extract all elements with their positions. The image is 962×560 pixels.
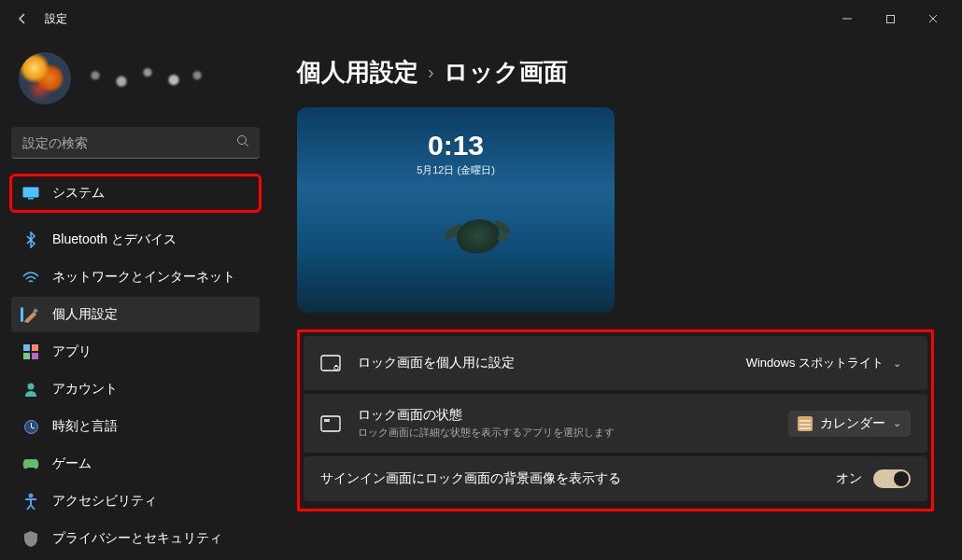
- preview-time: 0:13: [297, 130, 615, 161]
- sidebar-item-label: プライバシーとセキュリティ: [52, 530, 222, 547]
- maximize-icon: [885, 14, 896, 24]
- turtle-illustration: [449, 214, 509, 260]
- sidebar-item-label: ネットワークとインターネット: [52, 269, 235, 286]
- search-wrap: [11, 127, 260, 159]
- system-icon: [22, 185, 39, 202]
- svg-rect-9: [23, 353, 30, 359]
- search-input[interactable]: [11, 127, 260, 159]
- svg-rect-1: [886, 15, 894, 22]
- search-icon: [236, 134, 250, 151]
- personalize-dropdown[interactable]: Windows スポットライト ⌄: [737, 349, 911, 377]
- sidebar-item-network[interactable]: ネットワークとインターネット: [11, 259, 260, 295]
- close-button[interactable]: [912, 4, 955, 34]
- row-title: ロック画面を個人用に設定: [358, 355, 720, 371]
- image-icon: [320, 353, 341, 373]
- svg-line-3: [246, 144, 249, 147]
- svg-rect-5: [28, 198, 34, 200]
- network-icon: [22, 269, 39, 286]
- back-button[interactable]: [7, 4, 37, 34]
- sidebar-item-personalization[interactable]: 個人用設定: [11, 297, 260, 332]
- row-signin-background: サインイン画面にロック画面の背景画像を表示する オン: [304, 456, 927, 501]
- sidebar-item-gaming[interactable]: ゲーム: [11, 446, 260, 482]
- window-controls: [826, 4, 955, 34]
- sidebar-item-privacy[interactable]: プライバシーとセキュリティ: [11, 521, 260, 556]
- chevron-down-icon: ⌄: [893, 417, 901, 429]
- titlebar: 設定: [0, 0, 962, 37]
- svg-rect-4: [23, 188, 39, 198]
- sidebar-item-accessibility[interactable]: アクセシビリティ: [11, 483, 260, 519]
- svg-point-13: [29, 494, 34, 498]
- minimize-button[interactable]: [826, 4, 869, 34]
- sidebar-item-bluetooth[interactable]: Bluetooth とデバイス: [11, 222, 260, 258]
- settings-panel: ロック画面を個人用に設定 Windows スポットライト ⌄ ロック画面の状態 …: [297, 329, 934, 511]
- signin-toggle: オン: [836, 469, 911, 488]
- sidebar-item-label: Bluetooth とデバイス: [52, 231, 177, 248]
- svg-rect-18: [324, 419, 330, 422]
- sidebar-item-label: 時刻と言語: [52, 418, 118, 435]
- status-icon: [320, 413, 341, 434]
- lockscreen-preview: 0:13 5月12日 (金曜日): [297, 107, 615, 313]
- status-app-dropdown[interactable]: カレンダー ⌄: [788, 411, 911, 437]
- svg-rect-17: [321, 416, 340, 431]
- minimize-icon: [842, 13, 853, 24]
- row-subtitle: ロック画面に詳細な状態を表示するアプリを選択します: [358, 426, 771, 440]
- svg-rect-8: [32, 344, 38, 351]
- row-title: サインイン画面にロック画面の背景画像を表示する: [320, 470, 819, 487]
- dropdown-value: Windows スポットライト: [746, 355, 884, 371]
- breadcrumb-current: ロック画面: [444, 56, 568, 89]
- row-title: ロック画面の状態: [358, 407, 771, 424]
- preview-date: 5月12日 (金曜日): [297, 163, 615, 177]
- breadcrumb-separator: ›: [428, 62, 434, 83]
- toggle-switch[interactable]: [873, 469, 911, 488]
- gaming-icon: [22, 455, 39, 472]
- dropdown-value: カレンダー: [820, 415, 885, 432]
- chevron-down-icon: ⌄: [893, 357, 901, 370]
- sidebar-item-system[interactable]: システム: [11, 175, 260, 211]
- arrow-left-icon: [15, 11, 30, 26]
- time-icon: [22, 418, 39, 435]
- svg-rect-16: [335, 365, 337, 367]
- svg-rect-7: [23, 344, 30, 351]
- sidebar-item-time-language[interactable]: 時刻と言語: [11, 409, 260, 444]
- toggle-knob: [894, 471, 909, 486]
- close-icon: [927, 13, 939, 24]
- sidebar-item-label: アカウント: [52, 381, 118, 398]
- sidebar-item-label: ゲーム: [52, 455, 92, 472]
- row-lockscreen-status[interactable]: ロック画面の状態 ロック画面に詳細な状態を表示するアプリを選択します カレンダー…: [304, 394, 927, 453]
- breadcrumb: 個人用設定 › ロック画面: [297, 56, 934, 89]
- breadcrumb-parent[interactable]: 個人用設定: [297, 56, 418, 89]
- sidebar-item-apps[interactable]: アプリ: [11, 334, 260, 370]
- sidebar-item-label: アプリ: [52, 343, 92, 360]
- accounts-icon: [22, 381, 39, 398]
- main-content: 個人用設定 › ロック画面 0:13 5月12日 (金曜日) ロック画面を個人用…: [271, 37, 962, 560]
- personalization-icon: [22, 306, 39, 323]
- apps-icon: [22, 343, 39, 360]
- svg-rect-10: [32, 353, 38, 359]
- profile-section[interactable]: [11, 37, 260, 127]
- window-title: 設定: [45, 11, 67, 27]
- profile-name-redacted: [82, 63, 213, 93]
- toggle-label: オン: [836, 470, 862, 487]
- sidebar: システム Bluetooth とデバイス ネットワークとインターネット 個人用設…: [0, 37, 271, 560]
- svg-point-2: [238, 136, 247, 145]
- sidebar-item-label: システム: [52, 185, 105, 202]
- privacy-icon: [22, 530, 39, 547]
- maximize-button[interactable]: [869, 4, 912, 34]
- svg-point-11: [28, 384, 35, 390]
- sidebar-item-label: 個人用設定: [52, 306, 118, 323]
- sidebar-item-label: アクセシビリティ: [52, 493, 157, 510]
- row-personalize-lockscreen[interactable]: ロック画面を個人用に設定 Windows スポットライト ⌄: [304, 336, 927, 390]
- bluetooth-icon: [22, 231, 39, 248]
- accessibility-icon: [22, 493, 39, 510]
- calendar-icon: [798, 416, 813, 431]
- sidebar-item-accounts[interactable]: アカウント: [11, 371, 260, 407]
- avatar: [19, 52, 71, 105]
